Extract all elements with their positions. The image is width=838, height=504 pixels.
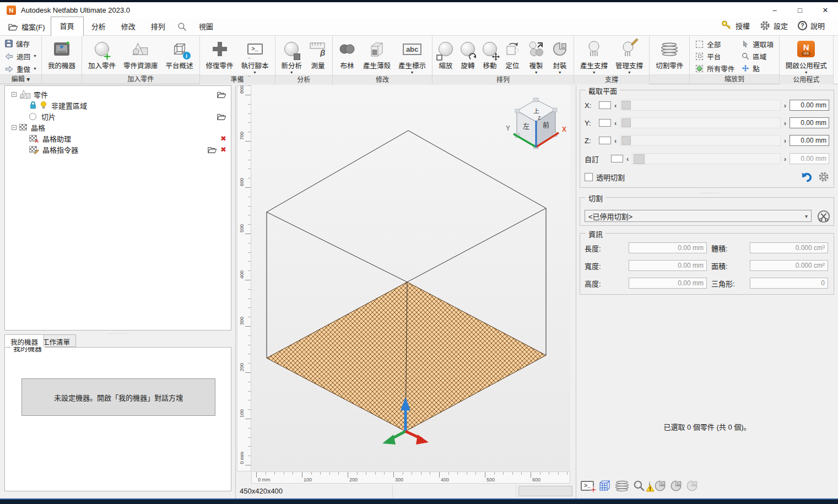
clip-z-enable-checkbox[interactable] [599, 137, 611, 144]
rotate-button[interactable]: 旋轉 [457, 37, 479, 71]
tree-item-lattice[interactable]: − 晶格 [5, 122, 231, 133]
tab-analysis[interactable]: 分析 [84, 18, 113, 35]
position-button[interactable]: 定位 [501, 37, 524, 71]
save-button[interactable]: 儲存 [3, 38, 38, 49]
maximize-button[interactable]: □ [787, 2, 813, 18]
open-my-machines-button[interactable]: 未設定機器。開啟「我的機器」對話方塊 [21, 378, 215, 416]
move-button[interactable]: 移動 [479, 37, 501, 71]
zoom-selection-button[interactable]: 選取項 [741, 39, 774, 50]
tab-arrange[interactable]: 排列 [143, 18, 173, 35]
undo-button[interactable]: 退回▼ [3, 51, 38, 62]
tab-home[interactable]: 首頁 [51, 17, 84, 36]
clip-y-value-input[interactable] [790, 117, 829, 128]
zoom-all-parts-button[interactable]: 所有零件 [695, 63, 734, 74]
zoom-all-button[interactable]: 全部 [695, 39, 734, 50]
tree-item-slices[interactable]: 切片 [5, 111, 231, 122]
open-folder-icon[interactable] [207, 145, 217, 154]
delete-icon[interactable]: ✖ [220, 145, 226, 154]
tab-modify[interactable]: 修改 [113, 18, 143, 35]
view-cube[interactable]: 上 左 前 Y X Z [506, 98, 566, 149]
viewport-scene[interactable]: 上 左 前 Y X Z [251, 85, 570, 472]
tab-view[interactable]: 視圖 [191, 18, 221, 35]
zoom-point-button[interactable]: 點 [741, 63, 774, 74]
clip-custom-increase[interactable]: › [784, 155, 786, 162]
clip-z-decrease[interactable]: ‹ [614, 137, 617, 144]
manage-support-button[interactable]: 管理支撐 ▼ [612, 37, 647, 75]
clip-y-enable-checkbox[interactable] [599, 119, 611, 127]
create-shell-button[interactable]: 產生薄殼 [359, 37, 394, 71]
lock-icon[interactable] [29, 101, 37, 110]
tree-item-parts[interactable]: − 零件 [5, 89, 231, 100]
clip-custom-decrease[interactable]: ‹ [626, 155, 629, 162]
pack-context-icon-2[interactable] [670, 480, 682, 492]
lattice-context-icon[interactable] [598, 479, 611, 492]
clip-x-enable-checkbox[interactable] [599, 101, 611, 109]
zoom-region-button[interactable]: 區域 [741, 51, 774, 62]
open-folder-icon[interactable] [217, 112, 226, 121]
redo-button[interactable]: 重做▼ [3, 63, 38, 74]
clip-y-slider[interactable] [620, 117, 780, 128]
add-part-button[interactable]: 加入零件 [84, 37, 120, 71]
reset-clipping-icon[interactable] [801, 171, 813, 183]
clip-z-value-input[interactable] [790, 135, 829, 146]
collapse-icon[interactable]: − [12, 125, 17, 130]
scale-button[interactable]: 縮放 [435, 37, 457, 71]
analysis-warning-icon[interactable] [649, 482, 650, 490]
clip-custom-enable-checkbox[interactable] [611, 155, 623, 162]
my-machines-button[interactable]: 我的機器 [44, 37, 79, 71]
titlebar[interactable]: N Autodesk Netfabb Ultimate 2023.0 – □ ✕ [0, 2, 838, 18]
group-label-edit[interactable]: 編輯 ▾ [0, 74, 41, 84]
platform-overview-button[interactable]: i 平台概述 [162, 37, 197, 71]
clip-z-slider[interactable] [620, 135, 780, 146]
new-analysis-button[interactable]: 新分析 ▼ [278, 37, 306, 75]
clip-z-increase[interactable]: › [784, 137, 786, 144]
search-icon[interactable] [173, 22, 191, 35]
slices-context-icon[interactable] [615, 480, 629, 492]
pack-button[interactable]: 封裝 ▼ [548, 37, 571, 75]
part-library-button[interactable]: 零件資源庫 [120, 37, 162, 71]
transparent-cut-checkbox[interactable] [585, 173, 593, 181]
tree-item-no-build-zone[interactable]: 非建置區域 [5, 100, 231, 111]
left-splitter-handle[interactable]: ........ [108, 329, 128, 335]
clip-y-decrease[interactable]: ‹ [614, 120, 617, 127]
execute-cut-scissors-icon[interactable] [817, 210, 830, 223]
collapse-icon[interactable]: − [12, 92, 17, 97]
tab-my-machines[interactable]: 我的機器 [4, 334, 44, 347]
clip-y-increase[interactable]: › [784, 120, 786, 127]
file-menu-button[interactable]: 檔案(F) [3, 19, 51, 34]
tree-item-lattice-commander[interactable]: 晶格指令器 ✖ [5, 144, 231, 155]
generate-support-button[interactable]: 產生支撐 ▼ [576, 37, 612, 75]
add-script-icon[interactable]: >_ [581, 481, 594, 491]
delete-icon[interactable]: ✖ [220, 134, 226, 143]
ltick-minor [248, 335, 251, 336]
run-script-button[interactable]: >_ 執行腳本 ▼ [237, 37, 273, 75]
minimize-button[interactable]: – [762, 2, 787, 18]
repair-part-button[interactable]: 修復零件 [202, 37, 237, 71]
clip-x-value-input[interactable] [790, 100, 829, 111]
slice-parts-button[interactable]: 切割零件 [652, 37, 687, 71]
boolean-button[interactable]: 布林 [335, 37, 359, 71]
clip-x-decrease[interactable]: ‹ [614, 102, 617, 109]
clip-custom-slider[interactable] [632, 153, 780, 164]
close-button[interactable]: ✕ [813, 2, 838, 18]
tree-item-lattice-assistant[interactable]: A 晶格助理 ✖ [5, 133, 231, 144]
open-utility-button[interactable]: NNFB 開啟公用程式 ▼ [782, 37, 831, 75]
clipping-settings-gear-icon[interactable] [818, 171, 829, 182]
create-labels-button[interactable]: abc 產生標示 ▼ [394, 37, 430, 75]
duplicate-button[interactable]: 複製 ▼ [524, 37, 548, 75]
cut-mode-dropdown[interactable]: <已停用切割> ▾ [585, 210, 812, 222]
open-folder-icon[interactable] [217, 90, 226, 99]
settings-button[interactable]: 設定 [756, 19, 791, 32]
help-button[interactable]: ? 說明 [794, 19, 828, 32]
bulb-icon[interactable] [40, 101, 47, 110]
clip-x-slider[interactable] [620, 100, 780, 111]
viewport-3d[interactable]: 上 左 前 Y X Z 0 mm100200300400500600700800… [235, 85, 576, 484]
license-button[interactable]: 授權 [718, 19, 753, 32]
zoom-context-icon[interactable] [633, 480, 645, 492]
right-splitter-handle[interactable]: ........ [701, 189, 721, 194]
rlab: 500 [486, 477, 495, 483]
pack-context-icon-1[interactable] [654, 480, 666, 492]
measure-button[interactable]: β 測量 [306, 37, 330, 71]
clip-x-increase[interactable]: › [784, 102, 786, 109]
zoom-platform-button[interactable]: 平台 [695, 51, 734, 62]
